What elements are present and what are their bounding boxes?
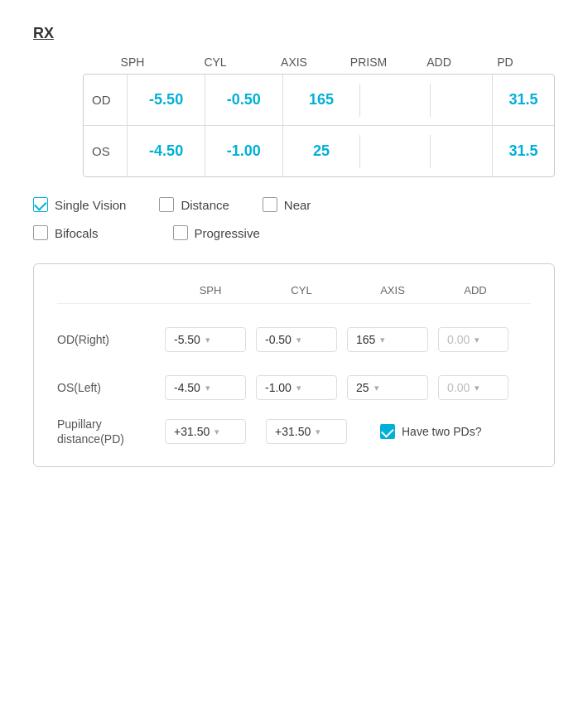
detail-od-cyl-value: -0.50 [265,333,292,346]
col-header-pd: PD [472,55,538,69]
od-sph-cell: -5.50 [127,75,205,125]
options-section: Single Vision Distance Near Bifocals Pro… [33,197,555,240]
col-header-cyl: CYL [174,55,257,69]
col-header-axis: AXIS [257,55,331,69]
table-row: OS -4.50 -1.00 25 31.5 [84,126,554,176]
detail-col-axis: AXIS [347,284,438,297]
distance-label: Distance [181,198,229,212]
bifocals-checkbox[interactable]: Bifocals [33,225,99,240]
detail-col-cyl: CYL [256,284,347,297]
col-header-add: ADD [406,55,472,69]
pd-left-value: +31.50 [174,425,210,438]
os-add-cell [430,135,492,168]
detail-col-add: ADD [438,284,513,297]
chevron-down-icon: ▾ [296,335,301,345]
detail-os-label: OS(Left) [57,381,165,394]
od-label: OD [84,76,127,123]
near-checkbox[interactable]: Near [263,197,311,212]
detail-os-axis-select[interactable]: 25 ▾ [347,375,428,400]
bifocals-label: Bifocals [55,226,99,240]
single-vision-checkbox[interactable]: Single Vision [33,197,126,212]
detail-os-sph-value: -4.50 [174,381,200,394]
col-header-sph: SPH [91,55,174,69]
os-cyl-cell: -1.00 [205,126,282,176]
pd-left-select[interactable]: +31.50 ▾ [165,419,246,444]
options-row-2: Bifocals Progressive [33,225,555,240]
od-cyl-cell: -0.50 [205,75,282,125]
col-header-prism: PRISM [331,55,406,69]
distance-checkbox[interactable]: Distance [159,197,229,212]
pd-selects: +31.50 ▾ +31.50 ▾ Have two PDs? [165,419,481,444]
os-prism-cell [359,135,429,168]
detail-header-row: SPH CYL AXIS ADD [57,284,531,297]
have-two-pd-label: Have two PDs? [402,425,481,438]
chevron-down-icon: ▾ [475,335,480,345]
have-two-pd-container[interactable]: Have two PDs? [380,424,481,439]
have-two-pd-checkbox[interactable] [380,424,395,439]
od-pd-cell: 31.5 [492,75,554,125]
detail-os-cyl-value: -1.00 [265,381,292,394]
progressive-label: Progressive [195,226,260,240]
detail-od-axis-select[interactable]: 165 ▾ [347,327,428,352]
progressive-check-box[interactable] [173,225,188,240]
chevron-down-icon: ▾ [475,383,480,393]
detail-od-cyl-select[interactable]: -0.50 ▾ [256,327,337,352]
detail-panel: SPH CYL AXIS ADD OD(Right) -5.50 ▾ -0.50… [33,263,555,467]
detail-os-add-select[interactable]: 0.00 ▾ [438,375,508,400]
detail-os-sph-select[interactable]: -4.50 ▾ [165,375,246,400]
detail-col-sph: SPH [165,284,256,297]
detail-od-row: OD(Right) -5.50 ▾ -0.50 ▾ 165 ▾ 0.00 ▾ [57,321,531,352]
os-axis-cell: 25 [282,126,360,176]
os-label: OS [84,128,127,175]
detail-od-add-select[interactable]: 0.00 ▾ [438,327,508,352]
detail-od-label: OD(Right) [57,333,165,346]
od-axis-cell: 165 [282,75,360,125]
single-vision-check-box[interactable] [33,197,48,212]
detail-od-axis-value: 165 [356,333,375,346]
chevron-down-icon: ▾ [214,427,219,437]
detail-pd-row: Pupillarydistance(PD) +31.50 ▾ +31.50 ▾ … [57,417,531,446]
od-add-cell [430,84,492,117]
chevron-down-icon: ▾ [380,335,385,345]
progressive-checkbox[interactable]: Progressive [173,225,260,240]
pd-right-select[interactable]: +31.50 ▾ [266,419,347,444]
od-prism-cell [359,84,429,117]
rx-title: RX [33,25,555,42]
detail-od-sph-value: -5.50 [174,333,200,346]
distance-check-box[interactable] [159,197,174,212]
detail-os-add-value: 0.00 [447,381,470,394]
pd-right-value: +31.50 [275,425,311,438]
chevron-down-icon: ▾ [296,383,301,393]
single-vision-label: Single Vision [55,198,126,212]
rx-table: OD -5.50 -0.50 165 31.5 OS -4.50 -1.00 2… [83,74,555,177]
chevron-down-icon: ▾ [316,427,321,437]
detail-od-add-value: 0.00 [447,333,470,346]
detail-os-cyl-select[interactable]: -1.00 ▾ [256,375,337,400]
os-pd-cell: 31.5 [492,126,554,176]
detail-os-row: OS(Left) -4.50 ▾ -1.00 ▾ 25 ▾ 0.00 ▾ [57,369,531,400]
bifocals-check-box[interactable] [33,225,48,240]
chevron-down-icon: ▾ [205,383,210,393]
table-row: OD -5.50 -0.50 165 31.5 [84,75,554,126]
near-label: Near [284,198,311,212]
chevron-down-icon: ▾ [374,383,379,393]
detail-od-sph-select[interactable]: -5.50 ▾ [165,327,246,352]
detail-os-axis-value: 25 [356,381,369,394]
options-row-1: Single Vision Distance Near [33,197,555,212]
chevron-down-icon: ▾ [205,335,210,345]
pd-label: Pupillarydistance(PD) [57,417,165,446]
near-check-box[interactable] [263,197,277,212]
os-sph-cell: -4.50 [127,126,205,176]
